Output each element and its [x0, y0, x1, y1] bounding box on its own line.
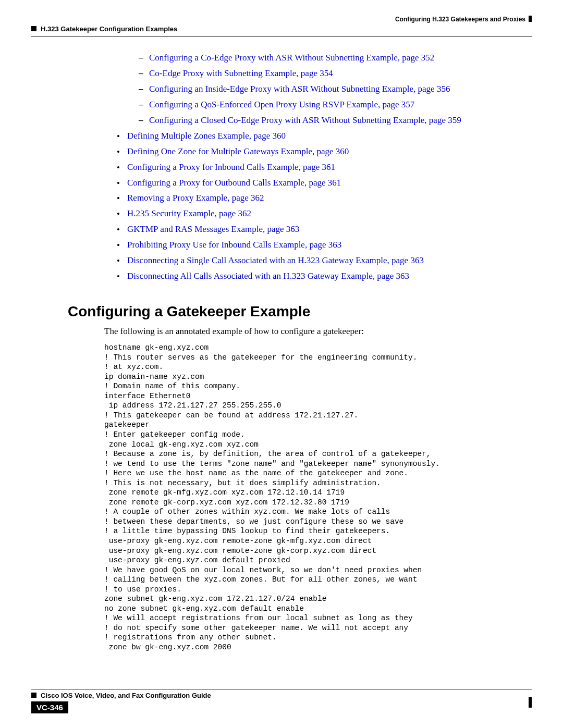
- list-item: Configuring a Proxy for Inbound Calls Ex…: [115, 162, 532, 174]
- footer-right-marker-icon: [529, 697, 532, 708]
- header-left-marker-icon: [31, 26, 36, 31]
- xref-link[interactable]: H.235 Security Example, page 362: [127, 208, 251, 218]
- xref-link[interactable]: Removing a Proxy Example, page 362: [127, 193, 264, 203]
- xref-link[interactable]: Co-Edge Proxy with Subnetting Example, p…: [149, 68, 333, 78]
- xref-link[interactable]: Configuring a Co-Edge Proxy with ASR Wit…: [149, 53, 434, 63]
- header-right-marker-icon: [529, 16, 532, 22]
- header-section: H.323 Gatekeeper Configuration Examples: [31, 25, 532, 33]
- list-item: Configuring a QoS-Enforced Open Proxy Us…: [136, 99, 532, 111]
- code-block: hostname gk-eng.xyz.com ! This router se…: [104, 343, 532, 652]
- footer-title: Cisco IOS Voice, Video, and Fax Configur…: [41, 692, 211, 699]
- list-item: Configuring a Closed Co-Edge Proxy with …: [136, 115, 532, 127]
- footer-left-marker-icon: [31, 693, 36, 698]
- header-chapter-text: Configuring H.323 Gatekeepers and Proxie…: [395, 16, 525, 23]
- header-rule: [31, 36, 532, 36]
- bullet-link-list: Defining Multiple Zones Example, page 36…: [115, 130, 532, 282]
- header-section-text: H.323 Gatekeeper Configuration Examples: [41, 25, 177, 33]
- intro-paragraph: The following is an annotated example of…: [104, 326, 532, 337]
- xref-link[interactable]: GKTMP and RAS Messages Example, page 363: [127, 224, 299, 234]
- footer-rule: [31, 689, 532, 689]
- nested-link-list: Configuring a Co-Edge Proxy with ASR Wit…: [136, 52, 532, 127]
- list-item: Configuring a Co-Edge Proxy with ASR Wit…: [136, 52, 532, 64]
- list-item: Disconnecting All Calls Associated with …: [115, 270, 532, 282]
- header-chapter: Configuring H.323 Gatekeepers and Proxie…: [31, 16, 532, 23]
- list-item: Configuring an Inside-Edge Proxy with AS…: [136, 83, 532, 95]
- xref-link[interactable]: Defining One Zone for Multiple Gateways …: [127, 146, 349, 156]
- list-item: Co-Edge Proxy with Subnetting Example, p…: [136, 68, 532, 80]
- list-item: GKTMP and RAS Messages Example, page 363: [115, 224, 532, 236]
- list-item: Configuring a Proxy for Outbound Calls E…: [115, 177, 532, 189]
- list-item: H.235 Security Example, page 362: [115, 208, 532, 220]
- xref-link[interactable]: Configuring a Proxy for Inbound Calls Ex…: [127, 162, 335, 172]
- page-footer: Cisco IOS Voice, Video, and Fax Configur…: [31, 689, 532, 713]
- list-item: Removing a Proxy Example, page 362: [115, 192, 532, 204]
- xref-link[interactable]: Configuring an Inside-Edge Proxy with AS…: [149, 84, 450, 94]
- list-item: Disconnecting a Single Call Associated w…: [115, 255, 532, 267]
- list-item: Prohibiting Proxy Use for Inbound Calls …: [115, 239, 532, 251]
- xref-link[interactable]: Configuring a Closed Co-Edge Proxy with …: [149, 115, 461, 125]
- xref-link[interactable]: Configuring a QoS-Enforced Open Proxy Us…: [149, 100, 414, 109]
- list-item: Defining One Zone for Multiple Gateways …: [115, 146, 532, 158]
- list-item: Defining Multiple Zones Example, page 36…: [115, 130, 532, 142]
- xref-link[interactable]: Disconnecting All Calls Associated with …: [127, 271, 409, 281]
- xref-link[interactable]: Configuring a Proxy for Outbound Calls E…: [127, 178, 341, 188]
- section-heading: Configuring a Gatekeeper Example: [68, 303, 532, 320]
- xref-link[interactable]: Prohibiting Proxy Use for Inbound Calls …: [127, 240, 341, 250]
- page-number-badge: VC-346: [31, 701, 68, 713]
- xref-link[interactable]: Defining Multiple Zones Example, page 36…: [127, 131, 286, 141]
- xref-link[interactable]: Disconnecting a Single Call Associated w…: [127, 255, 424, 265]
